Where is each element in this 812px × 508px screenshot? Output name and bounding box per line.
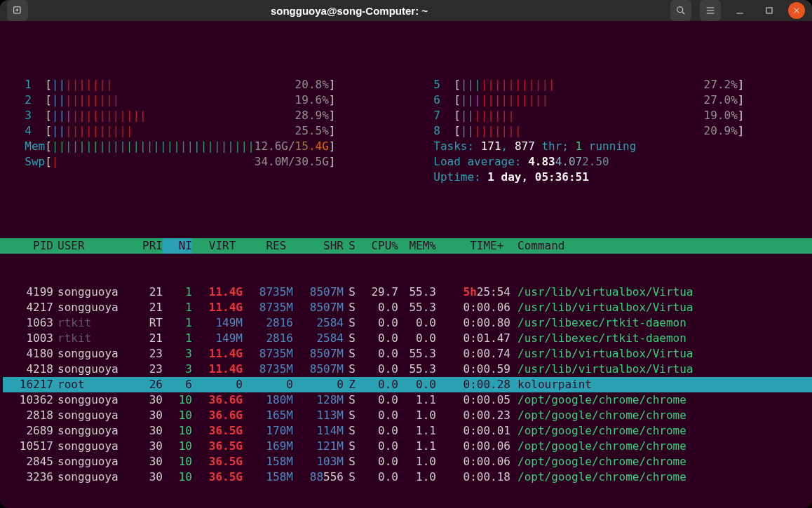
hamburger-icon	[705, 5, 716, 16]
process-row[interactable]: 16217root266000Z0.00.00:00.28kolourpaint	[3, 377, 812, 392]
menu-button[interactable]	[700, 0, 721, 21]
minimize-icon	[734, 5, 745, 16]
cpu-meter-8: 8 [||||||||| 20.9%]	[420, 123, 801, 139]
window-title: songguoya@song-Computer: ~	[271, 5, 428, 17]
load-avg: Load average: 4.83 4.07 2.50	[420, 154, 801, 170]
maximize-button[interactable]	[759, 0, 780, 21]
titlebar: songguoya@song-Computer: ~	[0, 0, 812, 21]
process-row[interactable]: 3236songguoya301036.5G158M88556S0.01.00:…	[3, 469, 812, 485]
process-row[interactable]: 4199songguoya21111.4G8735M8507MS29.755.3…	[3, 284, 812, 300]
cpu-meter-3: 3 [|||||||||||||| 28.9%]	[11, 108, 392, 123]
process-row[interactable]: 1003rtkit211149M28162584S0.00.00:01.47/u…	[3, 331, 812, 346]
search-icon	[675, 5, 686, 16]
meters: 1 [||||||||| 20.8%] 2 [|||||||||| 19.6%]…	[11, 77, 801, 185]
search-button[interactable]	[670, 0, 691, 21]
close-button[interactable]	[788, 2, 805, 19]
process-row[interactable]: 4217songguoya21111.4G8735M8507MS0.055.30…	[3, 300, 812, 315]
mem-meter: Mem[||||||||||||||||||||||||||||||12.6G/…	[11, 139, 392, 154]
swp-meter: Swp[| 34.0M/30.5G]	[11, 154, 392, 170]
cpu-meter-6: 6 [||||||||||||| 27.0%]	[420, 92, 801, 108]
new-tab-icon	[12, 5, 23, 16]
terminal-content[interactable]: 1 [||||||||| 20.8%] 2 [|||||||||| 19.6%]…	[0, 21, 812, 508]
process-list: 4199songguoya21111.4G8735M8507MS29.755.3…	[11, 284, 801, 485]
process-row[interactable]: 4218songguoya23311.4G8735M8507MS0.055.30…	[3, 362, 812, 377]
cpu-meter-4: 4 [|||||||||||| 25.5%]	[11, 123, 392, 139]
cpu-meter-2: 2 [|||||||||| 19.6%]	[11, 92, 392, 108]
process-header[interactable]: PIDUSERPRI NIVIRT RES SHRSCPU%MEM%TIME+ …	[0, 238, 812, 254]
uptime: Uptime: 1 day, 05:36:51	[420, 170, 801, 185]
process-row[interactable]: 2689songguoya301036.5G170M114MS0.01.10:0…	[3, 423, 812, 439]
process-row[interactable]: 10517songguoya301036.5G169M121MS0.01.10:…	[3, 439, 812, 454]
cpu-meter-5: 5 [|||||||||||||| 27.2%]	[420, 77, 801, 92]
process-row[interactable]: 4180songguoya23311.4G8735M8507MS0.055.30…	[3, 346, 812, 362]
new-tab-button[interactable]	[7, 0, 28, 21]
tasks: Tasks: 171, 877 thr; 1 running	[420, 139, 801, 154]
svg-point-1	[677, 7, 683, 13]
process-row[interactable]: 10362songguoya301036.6G180M128MS0.01.10:…	[3, 392, 812, 408]
cpu-meter-7: 7 [|||||||| 19.0%]	[420, 108, 801, 123]
maximize-icon	[764, 5, 775, 16]
process-row[interactable]: 2818songguoya301036.6G165M113MS0.01.00:0…	[3, 408, 812, 423]
svg-rect-2	[766, 8, 772, 13]
minimize-button[interactable]	[729, 0, 750, 21]
terminal-window: songguoya@song-Computer: ~ 1 [|||||||||	[0, 0, 812, 508]
cpu-meter-1: 1 [||||||||| 20.8%]	[11, 77, 392, 92]
close-icon	[792, 6, 801, 15]
process-row[interactable]: 2845songguoya301036.5G158M103MS0.01.00:0…	[3, 454, 812, 469]
process-row[interactable]: 1063rtkitRT1149M28162584S0.00.00:00.80/u…	[3, 315, 812, 331]
